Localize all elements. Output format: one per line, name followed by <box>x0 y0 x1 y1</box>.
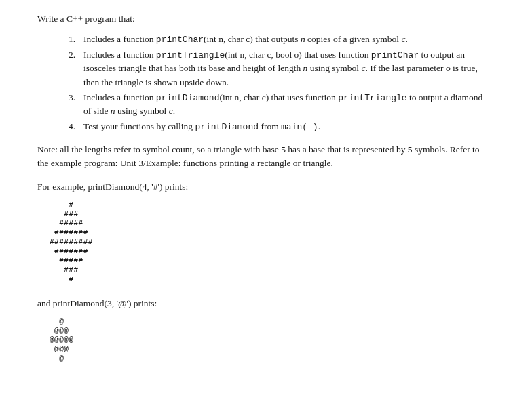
list-number: 3. <box>64 91 83 119</box>
example1-label: For example, printDiamond(4, '#') prints… <box>37 180 491 194</box>
list-item-2: 2.Includes a function printTriangle(int … <box>64 48 491 89</box>
list-content: Includes a function printDiamond(int n, … <box>83 91 491 119</box>
intro-text: Write a C++ program that: <box>37 12 491 26</box>
list-content: Includes a function printChar(int n, cha… <box>83 33 491 47</box>
list-number: 1. <box>64 33 83 47</box>
example2-label: and printDiamond(3, '@') prints: <box>37 297 491 310</box>
list-number: 2. <box>64 48 83 89</box>
diamond2-output: @ @@@ @@@@@ @@@ @ <box>50 317 491 364</box>
diamond1-output: # ### ##### ####### ######### ####### ##… <box>50 201 491 285</box>
list-item-4: 4.Test your functions by calling printDi… <box>64 120 491 134</box>
list-content: Includes a function printTriangle(int n,… <box>83 48 491 89</box>
list-item-1: 1.Includes a function printChar(int n, c… <box>64 33 491 47</box>
list-content: Test your functions by calling printDiam… <box>83 120 491 134</box>
list-item-3: 3.Includes a function printDiamond(int n… <box>64 91 491 119</box>
note-text: Note: all the lengths refer to symbol co… <box>37 143 491 171</box>
list-number: 4. <box>64 120 83 134</box>
numbered-list: 1.Includes a function printChar(int n, c… <box>37 33 491 134</box>
